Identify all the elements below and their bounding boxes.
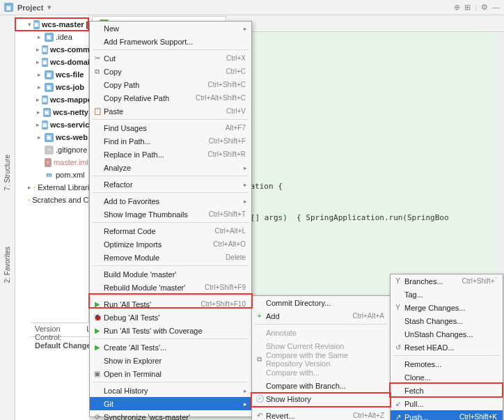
scratch-icon: ▫ (28, 196, 30, 205)
menu-compare-branch[interactable]: Compare with Branch... (252, 379, 390, 392)
menu-remove-module[interactable]: Remove ModuleDelete (90, 251, 251, 264)
menu-compare-same: ⧉Compare with the Same Repository Versio… (252, 352, 390, 366)
tree-node[interactable]: ▸▣wcs-web (15, 131, 88, 143)
menu-show-history[interactable]: 🕘Show History (252, 392, 390, 405)
coverage-icon: ▶ (93, 327, 102, 334)
tree-node-scratches[interactable]: ▫Scratches and Cor (15, 194, 88, 206)
tree-node[interactable]: ▸▣wcs-common (15, 43, 88, 56)
tree-node-external[interactable]: ▸▫External Libraries (15, 181, 88, 194)
expand-icon[interactable]: ▸ (36, 33, 42, 40)
menu-find-in-path[interactable]: Find in Path...Ctrl+Shift+F (90, 134, 251, 148)
menu-new[interactable]: New (90, 22, 251, 35)
menu-run-all[interactable]: ▶Run 'All Tests'Ctrl+Shift+F10 (90, 297, 251, 311)
menu-git[interactable]: Git (90, 397, 251, 410)
menu-build[interactable]: Build Module 'master' (90, 267, 251, 281)
project-label[interactable]: Project (17, 3, 43, 12)
library-icon: ▫ (33, 183, 36, 192)
menu-stash[interactable]: Stash Changes... (391, 314, 503, 327)
menu-run-coverage[interactable]: ▶Run 'All Tests' with Coverage (90, 324, 251, 337)
revert-icon: ↶ (255, 412, 264, 419)
divider-icon: | (475, 3, 477, 12)
menu-paste[interactable]: 📋PasteCtrl+V (90, 104, 251, 118)
menu-debug-all[interactable]: 🐞Debug 'All Tests' (90, 311, 251, 324)
gear-icon[interactable]: ⚙ (481, 3, 488, 12)
menu-push[interactable]: ↗Push...Ctrl+Shift+K (391, 410, 503, 420)
tree-node-root[interactable]: ▾ ▣ wcs-master [mast (15, 18, 88, 31)
menu-analyze[interactable]: Analyze (90, 161, 251, 174)
menu-add[interactable]: +AddCtrl+Alt+A (252, 309, 390, 322)
cut-icon: ✂ (93, 54, 102, 62)
favorites-tab[interactable]: 2: Favorites (3, 247, 11, 283)
tree-node[interactable]: ▸▣wcs-mapper (15, 93, 88, 106)
menu-show-explorer[interactable]: Show in Explorer (90, 354, 251, 367)
tree-node[interactable]: mpom.xml (15, 169, 88, 181)
compare-icon: ⧉ (255, 355, 264, 364)
menu-remotes[interactable]: Remotes... (391, 357, 503, 371)
clock-icon: 🕘 (255, 395, 264, 403)
collapse-icon[interactable]: ⊕ (454, 3, 460, 12)
menu-find-usages[interactable]: Find UsagesAlt+F7 (90, 121, 251, 134)
module-icon: ▣ (33, 20, 40, 29)
menu-revert[interactable]: ↶Revert...Ctrl+Alt+Z (252, 409, 390, 420)
menu-clone[interactable]: Clone... (391, 371, 503, 384)
submenu-git: Commit Directory... +AddCtrl+Alt+A Annot… (251, 295, 391, 420)
menu-synchronize[interactable]: ⟳Synchronize 'wcs-master' (90, 410, 251, 420)
tree-node[interactable]: ▸▣wcs-file (15, 68, 88, 81)
submenu-repository: YBranches...Ctrl+Shift+` Tag... YMerge C… (390, 274, 503, 420)
tree-node[interactable]: ▸▣wcs-netty (15, 106, 88, 118)
tree-node[interactable]: ▫master.iml (15, 156, 88, 169)
menu-tag[interactable]: Tag... (391, 288, 503, 301)
merge-icon: Y (393, 304, 402, 311)
dropdown-arrow-icon[interactable]: ▾ (47, 3, 52, 12)
project-icon: ▣ (4, 3, 13, 12)
menu-branches[interactable]: YBranches...Ctrl+Shift+` (391, 274, 503, 288)
menu-reset-head[interactable]: ↺Reset HEAD... (391, 341, 503, 354)
menu-show-thumbnails[interactable]: Show Image ThumbnailsCtrl+Shift+T (90, 208, 251, 221)
project-toolbar: ▣ Project ▾ ⊕ ⊞ | ⚙ — (0, 0, 504, 15)
structure-tab[interactable]: 7: Structure (3, 155, 11, 191)
tree-node[interactable]: ▸▣wcs-job (15, 81, 88, 93)
menu-pull[interactable]: ↙Pull... (391, 397, 503, 410)
menu-local-history[interactable]: Local History (90, 384, 251, 397)
menu-refactor[interactable]: Refactor (90, 178, 251, 191)
menu-copy[interactable]: ⧉CopyCtrl+C (90, 65, 251, 78)
menu-copy-rel[interactable]: Copy Relative PathCtrl+Alt+Shift+C (90, 91, 251, 104)
sync-icon: ⟳ (93, 413, 102, 420)
menu-merge[interactable]: YMerge Changes... (391, 301, 503, 314)
menu-unstash[interactable]: UnStash Changes... (391, 327, 503, 341)
pull-icon: ↙ (393, 400, 402, 407)
menu-cut[interactable]: ✂CutCtrl+X (90, 52, 251, 65)
menu-annotate: Annotate (252, 326, 390, 339)
menu-add-favorites[interactable]: Add to Favorites (90, 194, 251, 208)
maven-icon: m (45, 171, 54, 180)
menu-create-all[interactable]: ▶Create 'All Tests'... (90, 341, 251, 354)
reset-icon: ↺ (393, 343, 402, 351)
tree-node[interactable]: ▸ ▣ .idea (15, 31, 88, 43)
tree-node[interactable]: ▫.gitignore (15, 143, 88, 156)
debug-icon: 🐞 (93, 313, 102, 321)
tree-node[interactable]: ▸▣wcs-domain (15, 56, 88, 68)
play-icon: ▶ (93, 343, 102, 351)
copy-icon: ⧉ (93, 68, 102, 76)
target-icon[interactable]: ⊞ (464, 3, 471, 12)
terminal-icon: ▣ (93, 370, 102, 378)
menu-open-terminal[interactable]: ▣Open in Terminal (90, 367, 251, 380)
menu-copy-path[interactable]: Copy PathCtrl+Shift+C (90, 78, 251, 91)
menu-rebuild[interactable]: Rebuild Module 'master'Ctrl+Shift+F9 (90, 281, 251, 294)
hide-icon[interactable]: — (492, 3, 500, 12)
menu-fetch[interactable]: Fetch (391, 384, 503, 397)
expand-icon[interactable]: ▾ (28, 21, 31, 28)
menu-replace-in-path[interactable]: Replace in Path...Ctrl+Shift+R (90, 148, 251, 161)
menu-optimize-imports[interactable]: Optimize ImportsCtrl+Alt+O (90, 238, 251, 251)
folder-icon: ▣ (45, 33, 54, 42)
context-menu-project: New Add Framework Support... ✂CutCtrl+X … (89, 21, 252, 417)
plus-icon: + (255, 312, 264, 320)
left-gutter: 7: Structure 2: Favorites (0, 15, 15, 420)
menu-reformat[interactable]: Reformat CodeCtrl+Alt+L (90, 224, 251, 238)
menu-add-framework[interactable]: Add Framework Support... (90, 35, 251, 48)
tree-node[interactable]: ▸▣wcs-service (15, 118, 88, 131)
menu-commit-directory[interactable]: Commit Directory... (252, 296, 390, 309)
branch-icon: Y (393, 277, 402, 285)
vc-tab-main[interactable]: Version Control: (31, 323, 82, 336)
push-icon: ↗ (393, 413, 402, 420)
